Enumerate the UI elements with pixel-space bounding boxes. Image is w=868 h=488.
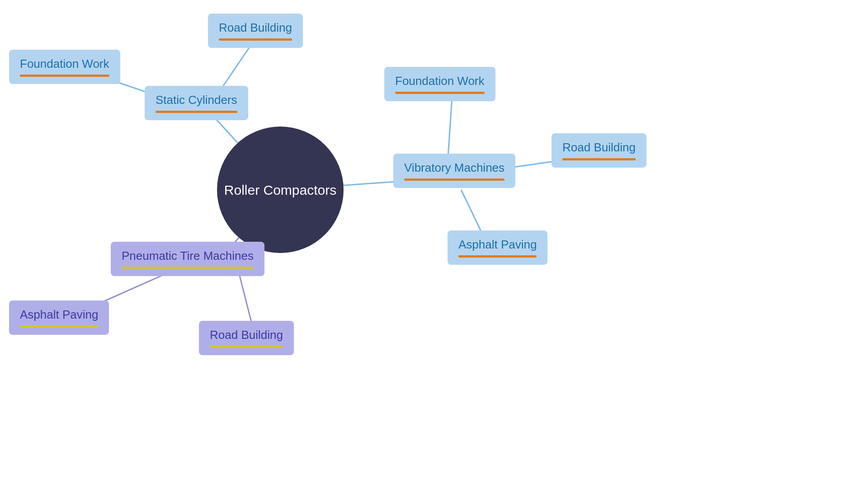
node-label-vibratory-machines: Vibratory Machines [404,161,505,175]
node-foundation-work-right: Foundation Work [384,67,495,101]
node-label-road-building-top: Road Building [219,21,292,35]
node-pneumatic-tire-machines: Pneumatic Tire Machines [111,242,264,276]
node-asphalt-paving-right: Asphalt Paving [448,230,547,265]
node-label-foundation-work-left: Foundation Work [20,57,109,71]
node-static-cylinders: Static Cylinders [145,86,248,120]
node-label-foundation-work-right: Foundation Work [395,74,485,88]
center-node: Roller Compactors [217,127,344,253]
node-label-pneumatic-tire-machines: Pneumatic Tire Machines [122,249,254,263]
node-foundation-work-left: Foundation Work [9,50,120,84]
center-node-label: Roller Compactors [224,181,336,199]
node-label-road-building-right: Road Building [562,141,636,155]
node-road-building-right: Road Building [552,133,646,168]
node-vibratory-machines: Vibratory Machines [393,154,515,188]
node-label-road-building-bottom: Road Building [210,328,283,342]
node-label-asphalt-paving-right: Asphalt Paving [458,238,537,252]
node-road-building-top: Road Building [208,14,303,48]
svg-line-4 [448,98,452,163]
node-asphalt-paving-left: Asphalt Paving [9,300,109,335]
node-road-building-bottom: Road Building [199,321,294,355]
node-label-static-cylinders: Static Cylinders [156,93,237,107]
node-label-asphalt-paving-left: Asphalt Paving [20,308,98,322]
